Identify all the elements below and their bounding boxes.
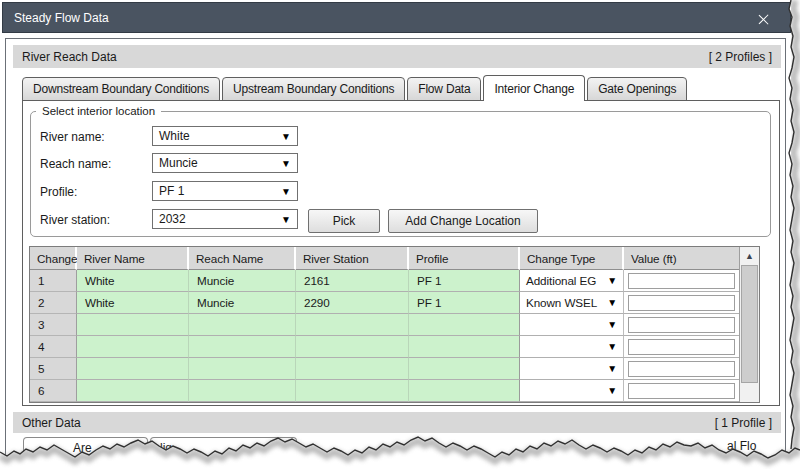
pick-button[interactable]: Pick: [308, 209, 380, 233]
scrollbar-thumb[interactable]: [741, 265, 758, 383]
river-station-label: River station:: [40, 210, 110, 230]
dialog-titlebar[interactable]: Steady Flow Data: [2, 2, 791, 33]
cell-change-type-combo[interactable]: ▼: [520, 336, 624, 358]
chevron-down-icon: ▼: [281, 214, 291, 225]
change-locations-table: Change River Name Reach Name River Stati…: [29, 246, 760, 403]
section-header-river-reach-data: River Reach Data [ 2 Profiles ]: [13, 45, 781, 68]
row-number: 2: [30, 292, 77, 314]
cell-profile[interactable]: [409, 380, 520, 402]
section-title: River Reach Data: [22, 50, 117, 64]
chevron-down-icon: ▼: [607, 341, 617, 352]
table-scrollbar: ▲: [739, 247, 759, 402]
profile-label: Profile:: [40, 182, 77, 202]
cell-value[interactable]: [624, 336, 739, 358]
table-grid: Change River Name Reach Name River Stati…: [30, 247, 739, 402]
cell-river-name[interactable]: [77, 358, 189, 380]
value-input[interactable]: [628, 339, 735, 355]
profiles-badge: [ 2 Profiles ]: [709, 50, 772, 64]
cell-change-type-combo[interactable]: ▼: [520, 358, 624, 380]
chevron-down-icon: ▼: [607, 319, 617, 330]
tab-interior-change[interactable]: Interior Change: [483, 75, 585, 101]
tab-upstream-boundary-conditions[interactable]: Upstream Boundary Conditions: [222, 77, 405, 101]
col-header-river-station: River Station: [296, 247, 409, 270]
tab-downstream-boundary-conditions[interactable]: Downstream Boundary Conditions: [22, 77, 220, 101]
row-number: 5: [30, 358, 77, 380]
cell-reach-name[interactable]: Muncie: [189, 270, 296, 292]
cell-change-type-combo[interactable]: ▼: [520, 380, 624, 402]
profile-combo[interactable]: PF 1 ▼: [152, 181, 298, 201]
cell-river-station[interactable]: [296, 380, 409, 402]
cell-value[interactable]: [624, 314, 739, 336]
chevron-down-icon: ▼: [607, 275, 617, 286]
torn-tab-fragment: al Flo: [727, 439, 756, 453]
col-header-change-type: Change Type: [520, 247, 624, 270]
close-icon[interactable]: [757, 13, 770, 26]
cell-value[interactable]: [624, 270, 739, 292]
scroll-up-icon[interactable]: ▲: [740, 247, 759, 264]
cell-change-type-combo[interactable]: Known WSEL▼: [520, 292, 624, 314]
col-header-river-name: River Name: [77, 247, 189, 270]
row-number: 4: [30, 336, 77, 358]
cell-profile[interactable]: [409, 336, 520, 358]
cell-reach-name[interactable]: [189, 358, 296, 380]
value-input[interactable]: [628, 361, 735, 377]
torn-tab-2[interactable]: [150, 437, 297, 467]
cell-reach-name[interactable]: Muncie: [189, 292, 296, 314]
cell-profile[interactable]: [409, 314, 520, 336]
cell-profile[interactable]: [409, 358, 520, 380]
value-input[interactable]: [628, 317, 735, 333]
chevron-down-icon: ▼: [607, 363, 617, 374]
chevron-down-icon: ▼: [281, 131, 291, 142]
cell-profile[interactable]: PF 1: [409, 292, 520, 314]
cell-reach-name[interactable]: [189, 336, 296, 358]
chevron-down-icon: ▼: [281, 186, 291, 197]
chevron-down-icon: ▼: [607, 297, 617, 308]
cell-river-name[interactable]: White: [77, 292, 189, 314]
cell-river-station[interactable]: [296, 336, 409, 358]
tab-flow-data[interactable]: Flow Data: [407, 77, 481, 101]
row-number: 3: [30, 314, 77, 336]
river-name-label: River name:: [40, 127, 105, 147]
cell-river-station[interactable]: [296, 358, 409, 380]
chevron-down-icon: ▼: [281, 158, 291, 169]
section-title: Other Data: [22, 416, 81, 430]
cell-river-station[interactable]: [296, 314, 409, 336]
cell-river-name[interactable]: [77, 336, 189, 358]
river-name-combo[interactable]: White ▼: [152, 126, 298, 146]
cell-river-name[interactable]: White: [77, 270, 189, 292]
cell-reach-name[interactable]: [189, 314, 296, 336]
chevron-down-icon: ▼: [607, 385, 617, 396]
col-header-reach-name: Reach Name: [189, 247, 296, 270]
cell-value[interactable]: [624, 292, 739, 314]
steady-flow-dialog: Steady Flow Data River Reach Data [ 2 Pr…: [0, 0, 800, 472]
value-input[interactable]: [628, 273, 735, 289]
dialog-title: Steady Flow Data: [14, 11, 109, 25]
cell-profile[interactable]: PF 1: [409, 270, 520, 292]
cell-value[interactable]: [624, 358, 739, 380]
cell-river-station[interactable]: 2290: [296, 292, 409, 314]
tab-bar: Downstream Boundary Conditions Upstream …: [22, 75, 689, 101]
cell-river-name[interactable]: [77, 380, 189, 402]
value-input[interactable]: [628, 295, 735, 311]
add-change-location-button[interactable]: Add Change Location: [388, 209, 538, 233]
value-input[interactable]: [628, 383, 735, 399]
cell-value[interactable]: [624, 380, 739, 402]
cell-change-type-combo[interactable]: Additional EG▼: [520, 270, 624, 292]
cell-reach-name[interactable]: [189, 380, 296, 402]
tab-gate-openings[interactable]: Gate Openings: [587, 77, 687, 101]
river-station-combo[interactable]: 2032 ▼: [152, 209, 298, 229]
section-header-other-data: Other Data [ 1 Profile ]: [13, 412, 781, 433]
torn-tab-fragment: lig: [160, 441, 172, 455]
reach-name-label: Reach name:: [40, 154, 111, 174]
groupbox-legend: Select interior location: [36, 105, 161, 117]
profile-badge: [ 1 Profile ]: [715, 416, 772, 430]
row-number: 6: [30, 380, 77, 402]
cell-river-station[interactable]: 2161: [296, 270, 409, 292]
torn-tab-fragment: Are: [73, 441, 92, 455]
cell-river-name[interactable]: [77, 314, 189, 336]
row-number: 1: [30, 270, 77, 292]
reach-name-combo[interactable]: Muncie ▼: [152, 153, 298, 173]
col-header-value: Value (ft): [624, 247, 739, 270]
col-header-profile: Profile: [409, 247, 520, 270]
cell-change-type-combo[interactable]: ▼: [520, 314, 624, 336]
